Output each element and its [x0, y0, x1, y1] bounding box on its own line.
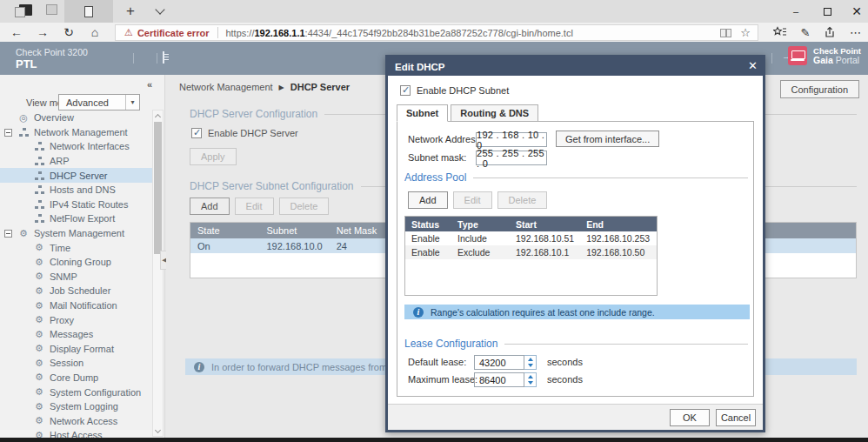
add-button[interactable]: Add: [190, 198, 230, 215]
dialog-title-bar[interactable]: Edit DHCP ✕: [388, 57, 763, 76]
forward-icon[interactable]: →: [31, 23, 54, 42]
sidebar-collapse-icon[interactable]: «: [147, 79, 152, 90]
gear-icon: ⚙: [33, 329, 45, 340]
tab-subnet[interactable]: Subnet: [397, 104, 448, 122]
gear-icon: ⚙: [33, 300, 45, 311]
column-header[interactable]: Type: [451, 217, 510, 231]
sidebar-item-cloning-group[interactable]: ⚙Cloning Group: [0, 255, 153, 270]
edit-button[interactable]: Edit: [235, 198, 274, 215]
window-minimize-button[interactable]: –: [781, 0, 811, 23]
table-cell: 192.168.10.253: [580, 231, 657, 245]
gear-icon: ⚙: [33, 372, 45, 383]
sidebar-item-hosts-and-dns[interactable]: Hosts and DNS: [0, 183, 153, 198]
enable-dhcp-server-row: Enable DHCP Server: [191, 128, 298, 138]
sidebar-item-label: Mail Notification: [50, 300, 117, 311]
sidebar-item-messages[interactable]: ⚙Messages: [0, 327, 153, 342]
cancel-button[interactable]: Cancel: [716, 409, 756, 426]
sidebar-item-dhcp-server[interactable]: DHCP Server: [0, 168, 153, 183]
sidebar-scrollbar[interactable]: [152, 110, 164, 437]
more-menu-icon[interactable]: ⋯: [844, 23, 868, 42]
breadcrumb-parent[interactable]: Network Management: [179, 82, 273, 92]
window-maximize-button[interactable]: [812, 0, 842, 23]
sidebar-item-arp[interactable]: ARP: [0, 154, 153, 169]
tab-list-chevron-icon[interactable]: [150, 0, 170, 23]
sidebar-item-core-dump[interactable]: ⚙Core Dump: [0, 371, 153, 385]
document-icon[interactable]: [163, 52, 164, 63]
sidebar-item-system-configuration[interactable]: ⚙System Configuration: [0, 385, 153, 399]
dialog-info-bar: i Range's calculation requires at least …: [404, 305, 750, 319]
subnet-config-buttons: AddEditDelete: [190, 198, 334, 215]
sidebar-item-network-access[interactable]: ⚙Network Access: [0, 413, 153, 428]
sidebar-item-display-format[interactable]: ⚙Display Format: [0, 342, 153, 357]
scroll-up-icon[interactable]: [153, 110, 163, 121]
home-icon[interactable]: ⌂: [83, 23, 106, 42]
sidebar-item-time[interactable]: ⚙Time: [0, 240, 153, 255]
configuration-button[interactable]: Configuration: [780, 80, 859, 98]
refresh-icon[interactable]: ↻: [57, 23, 80, 42]
column-header[interactable]: Status: [405, 217, 451, 231]
column-header[interactable]: State: [190, 223, 260, 239]
scroll-down-icon[interactable]: [153, 425, 163, 436]
back-icon[interactable]: ←: [5, 23, 28, 42]
sidebar-item-network-interfaces[interactable]: Network Interfaces: [0, 139, 153, 154]
sidebar-item-network-management[interactable]: Network Management: [0, 125, 153, 140]
table-row[interactable]: EnableInclude192.168.10.51192.168.10.253: [405, 231, 657, 245]
sidebar-item-netflow-export[interactable]: NetFlow Export: [0, 211, 153, 226]
warning-icon: ⚠: [124, 27, 133, 38]
sidebar-item-session[interactable]: ⚙Session: [0, 356, 153, 371]
apply-button[interactable]: Apply: [190, 148, 237, 165]
default-lease-stepper[interactable]: [524, 355, 537, 370]
sidebar-item-snmp[interactable]: ⚙SNMP: [0, 270, 153, 285]
sidebar-item-ipv4-static-routes[interactable]: IPv4 Static Routes: [0, 198, 153, 212]
network-address-field[interactable]: 192 . 168 . 10 . 0: [476, 132, 547, 147]
add-button[interactable]: Add: [408, 191, 448, 209]
sidebar-item-system-logging[interactable]: ⚙System Logging: [0, 399, 153, 414]
column-header[interactable]: End: [580, 217, 657, 231]
favorites-hub-icon[interactable]: [767, 23, 791, 42]
browser-tab[interactable]: [64, 0, 113, 23]
ok-button[interactable]: OK: [670, 409, 710, 426]
sidebar-item-system-management[interactable]: ⚙System Management: [0, 226, 153, 241]
nav-tree: ◎OverviewNetwork ManagementNetwork Inter…: [0, 110, 153, 438]
table-row[interactable]: EnableExclude192.168.10.1192.168.10.50: [405, 245, 657, 259]
sidebar-item-job-scheduler[interactable]: ⚙Job Scheduler: [0, 284, 153, 298]
address-pool-section-heading: Address Pool: [404, 171, 748, 184]
maximum-lease-stepper[interactable]: [524, 372, 537, 387]
view-mode-select[interactable]: Advanced ▾: [58, 94, 140, 110]
url-text[interactable]: https://192.168.1.1:4434/_44c1754f92bb28…: [218, 28, 720, 38]
enable-dhcp-subnet-checkbox[interactable]: [400, 85, 411, 96]
scrollbar-thumb[interactable]: [154, 122, 162, 254]
collapse-box-icon[interactable]: [4, 129, 12, 137]
new-tab-button[interactable]: +: [120, 0, 141, 23]
edit-button[interactable]: Edit: [453, 191, 492, 209]
enable-dhcp-server-checkbox[interactable]: [191, 128, 202, 138]
tabs-restore-icon[interactable]: [46, 4, 57, 15]
default-lease-unit: seconds: [547, 357, 583, 367]
subnet-mask-field[interactable]: 255 . 255 . 255 . 0: [476, 151, 547, 165]
favorite-star-icon[interactable]: ☆: [740, 26, 751, 39]
delete-button[interactable]: Delete: [497, 191, 548, 209]
address-pool-table-container: StatusTypeStartEnd EnableInclude192.168.…: [404, 216, 658, 296]
window-close-button[interactable]: ✕: [842, 0, 868, 23]
collapse-box-icon[interactable]: [4, 230, 12, 238]
tabs-set-aside-icon[interactable]: [19, 4, 32, 16]
column-header[interactable]: Start: [510, 217, 580, 231]
column-header[interactable]: Subnet: [260, 223, 330, 239]
address-bar[interactable]: ⚠ Certificate error https://192.168.1.1:…: [115, 24, 758, 41]
sidebar-item-mail-notification[interactable]: ⚙Mail Notification: [0, 298, 153, 313]
annotate-pen-icon[interactable]: ✎: [793, 23, 818, 42]
certificate-error-badge[interactable]: ⚠ Certificate error: [116, 27, 217, 38]
get-from-interface-button[interactable]: Get from interface...: [556, 131, 659, 147]
dialog-close-icon[interactable]: ✕: [748, 59, 758, 72]
sidebar-item-proxy[interactable]: ⚙Proxy: [0, 312, 153, 327]
share-icon[interactable]: [818, 23, 842, 42]
sidebar-item-label: Session: [50, 358, 83, 368]
sidebar-item-overview[interactable]: ◎Overview: [0, 110, 153, 125]
tab-routing-dns[interactable]: Routing & DNS: [451, 104, 538, 122]
maximum-lease-input[interactable]: 86400: [474, 372, 524, 387]
gear-icon: ⚙: [33, 401, 45, 412]
sidebar-item-host-access[interactable]: ⚙Host Access: [0, 428, 153, 438]
default-lease-input[interactable]: 43200: [474, 355, 524, 370]
delete-button[interactable]: Delete: [279, 198, 330, 215]
reading-view-icon[interactable]: [720, 29, 731, 37]
